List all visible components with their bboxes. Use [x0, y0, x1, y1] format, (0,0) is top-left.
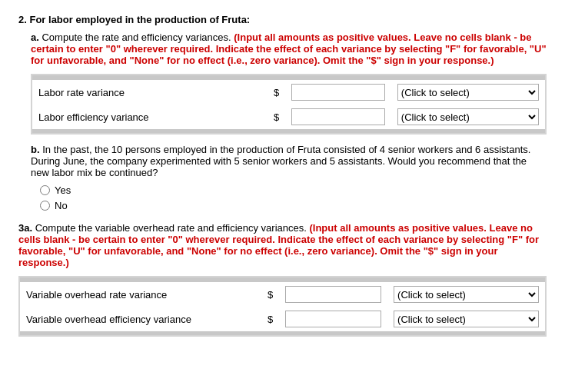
- overhead-efficiency-select[interactable]: (Click to select) F U None: [394, 311, 539, 327]
- labor-efficiency-input-cell: [285, 105, 391, 129]
- question-3a-intro: Compute the variable overhead rate and e…: [35, 222, 310, 234]
- part-a-table-container: Labor rate variance $ (Click to select) …: [31, 74, 547, 135]
- overhead-efficiency-dollar: $: [256, 307, 279, 331]
- labor-rate-label: Labor rate variance: [32, 80, 263, 105]
- labor-rate-select-cell: (Click to select) F U None: [391, 80, 545, 105]
- table-row: Labor rate variance $ (Click to select) …: [32, 80, 545, 105]
- yes-option[interactable]: Yes: [40, 184, 547, 196]
- overhead-efficiency-label: Variable overhead efficiency variance: [20, 307, 256, 331]
- labor-rate-select[interactable]: (Click to select) F U None: [397, 84, 539, 101]
- labor-efficiency-label: Labor efficiency variance: [32, 105, 263, 129]
- overhead-rate-label: Variable overhead rate variance: [20, 282, 256, 307]
- table-row: Labor efficiency variance $ (Click to se…: [32, 105, 545, 129]
- table-footer-row: [32, 129, 545, 133]
- yes-label: Yes: [55, 184, 71, 196]
- question-3a: 3a. Compute the variable overhead rate a…: [18, 222, 547, 337]
- table-row: Variable overhead efficiency variance $ …: [20, 307, 545, 331]
- part-3a-table-container: Variable overhead rate variance $ (Click…: [18, 276, 547, 337]
- overhead-efficiency-input[interactable]: [285, 311, 381, 327]
- labor-rate-input[interactable]: [291, 84, 385, 101]
- labor-rate-dollar: $: [263, 80, 285, 105]
- part-a-text: Compute the rate and efficiency variance…: [42, 32, 234, 43]
- labor-variance-table: Labor rate variance $ (Click to select) …: [32, 75, 545, 133]
- no-label: No: [55, 200, 68, 211]
- question-2-number: 2. For labor employed in the production …: [18, 14, 547, 25]
- labor-efficiency-dollar: $: [263, 105, 285, 129]
- labor-efficiency-select-cell: (Click to select) F U None: [391, 105, 545, 129]
- question-2: 2. For labor employed in the production …: [18, 14, 547, 211]
- part-a-label: a.: [31, 32, 39, 43]
- labor-efficiency-select[interactable]: (Click to select) F U None: [397, 108, 539, 125]
- yes-no-group: Yes No: [40, 184, 547, 211]
- overhead-variance-table: Variable overhead rate variance $ (Click…: [20, 277, 545, 335]
- overhead-efficiency-input-cell: [279, 307, 387, 331]
- overhead-rate-select-cell: (Click to select) F U None: [387, 282, 545, 307]
- part-b: b. In the past, the 10 persons employed …: [31, 144, 547, 211]
- question-3a-number: 3a.: [18, 222, 32, 234]
- yes-radio[interactable]: [40, 185, 50, 195]
- overhead-rate-input[interactable]: [285, 286, 381, 303]
- labor-efficiency-input[interactable]: [291, 108, 385, 125]
- table-footer-row: [20, 331, 545, 335]
- part-b-label: b.: [31, 144, 40, 155]
- part-a: a. Compute the rate and efficiency varia…: [31, 32, 547, 135]
- overhead-rate-dollar: $: [256, 282, 279, 307]
- no-option[interactable]: No: [40, 200, 547, 211]
- no-radio[interactable]: [40, 201, 50, 211]
- overhead-efficiency-select-cell: (Click to select) F U None: [387, 307, 545, 331]
- table-row: Variable overhead rate variance $ (Click…: [20, 282, 545, 307]
- overhead-rate-input-cell: [279, 282, 387, 307]
- overhead-rate-select[interactable]: (Click to select) F U None: [394, 286, 539, 303]
- labor-rate-input-cell: [285, 80, 391, 105]
- part-b-text: In the past, the 10 persons employed in …: [31, 144, 530, 178]
